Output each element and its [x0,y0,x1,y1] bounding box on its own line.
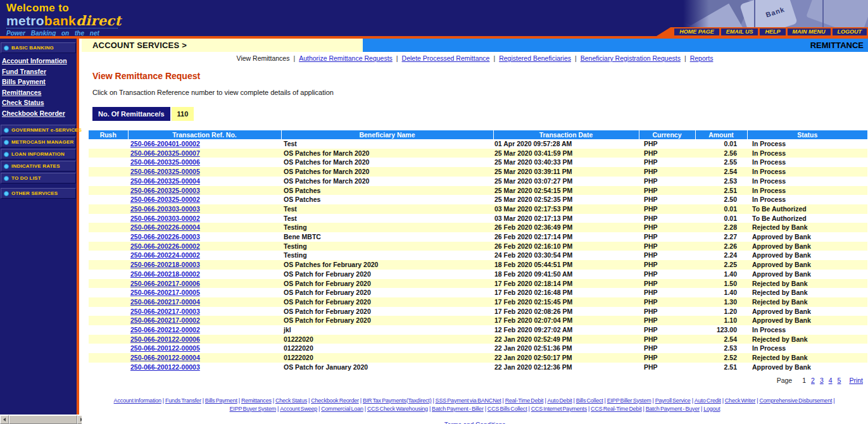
sidebar-item-fund-transfer[interactable]: Fund Transfer [2,68,77,75]
nav-button-help[interactable]: HELP [760,28,785,35]
sidebar-section-indicative-rates[interactable]: INDICATIVE RATES [1,161,76,171]
transaction-ref-link[interactable]: 250-066-200325-00004 [130,177,200,185]
transaction-ref-link[interactable]: 250-066-200217-00004 [130,298,200,306]
cell-date: 17 Feb 2020 02:18:14 PM [493,279,639,289]
count-label: No. Of Remittance/s [92,107,170,121]
nav-button-email-us[interactable]: EMAIL US [721,28,758,35]
sidebar-section-label: GOVERNMENT e-SERVICES [11,127,82,133]
footer-link-ccs-internet-payments[interactable]: CCS Internet Payments [531,406,587,412]
footer-link-bills-payment[interactable]: Bills Payment [205,397,237,404]
transaction-ref-link[interactable]: 250-066-200122-00006 [130,335,200,343]
footer-link-checkbook-reorder[interactable]: Checkbook Reorder [311,397,359,404]
transaction-ref-link[interactable]: 250-066-200325-00003 [130,187,200,194]
scrollbar-thumb[interactable] [9,415,77,424]
footer-link-remittances[interactable]: Remittances [241,397,272,404]
footer-link-sss-payment-via-bancnet[interactable]: SSS Payment via BANCNet [436,397,501,404]
cell-amount: 2.24 [695,251,747,260]
transaction-ref-link[interactable]: 250-066-200122-00003 [130,363,200,371]
footer-link-eipp-buyer-system[interactable]: EIPP Buyer System [230,406,276,412]
footer-link-ccs-bills-collect[interactable]: CCS Bills Collect [487,406,527,412]
footer-link-auto-debit[interactable]: Auto Debit [548,397,572,404]
transaction-ref-link[interactable]: 250-066-200226-00002 [130,242,200,250]
footer-link-account-sweep[interactable]: Account Sweep [280,406,317,412]
transaction-ref-link[interactable]: 250-066-200217-00006 [130,280,200,287]
transaction-ref-link[interactable]: 250-066-200218-00003 [130,261,200,268]
footer-link-comprehensive-disbursement[interactable]: Comprehensive Disbursement [759,397,832,404]
tab-registered-beneficiaries[interactable]: Registered Beneficiaries [499,54,571,62]
footer-link-commercial-loan[interactable]: Commercial Loan [321,406,363,412]
transaction-ref-link[interactable]: 250-066-200217-00005 [130,289,200,296]
footer-link-batch-payment-buyer[interactable]: Batch Payment - Buyer [646,406,700,412]
cell-rush [89,139,128,149]
tab-beneficiary-registration-requests[interactable]: Beneficiary Registration Requests [581,54,681,62]
footer-link-bir-tax-payments-taxdirect[interactable]: BIR Tax Payments(Taxdirect) [363,397,431,404]
footer-link-real-time-debit[interactable]: Real-Time Debit [505,397,544,404]
cell-amount: 1.10 [695,316,747,325]
transaction-ref-link[interactable]: 250-066-200303-00003 [130,205,200,213]
footer-link-logout[interactable]: Logout [703,406,720,412]
sidebar-section-to-do-list[interactable]: TO DO LIST [1,173,76,184]
transaction-ref-link[interactable]: 250-066-200325-00007 [130,149,200,157]
transaction-ref-link[interactable]: 250-066-200224-00002 [130,251,200,259]
sidebar-item-remittances[interactable]: Remittances [2,89,77,96]
pagination-page-3[interactable]: 3 [820,377,824,384]
cell-amount: 2.54 [695,167,747,177]
tab-authorize-remittance-requests[interactable]: Authorize Remittance Requests [299,54,393,62]
sidebar-item-check-status[interactable]: Check Status [2,99,77,106]
nav-button-home-page[interactable]: HOME PAGE [674,28,719,35]
footer-link-ccs-real-time-debit[interactable]: CCS Real-Time Debit [591,406,641,412]
transaction-ref-link[interactable]: 250-066-200303-00002 [130,215,200,222]
sidebar-item-checkbook-reorder[interactable]: Checkbook Reorder [2,109,77,117]
bullet-icon [4,152,9,157]
footer-link-check-status[interactable]: Check Status [275,397,307,404]
footer-link-bills-collect[interactable]: Bills Collect [576,397,603,404]
logo-direct: direct [76,13,121,28]
pagination-page-2[interactable]: 2 [811,377,815,384]
cell-rush [89,288,128,297]
footer-link-batch-payment-biller[interactable]: Batch Payment - Biller [432,406,484,412]
transaction-ref-link[interactable]: 250-066-200325-00002 [130,196,200,203]
transaction-ref-link[interactable]: 250-066-200212-00002 [130,326,200,334]
transaction-ref-link[interactable]: 250-066-200218-00002 [130,270,200,278]
bullet-icon [4,140,9,145]
pagination-page-4[interactable]: 4 [829,377,833,384]
sidebar-section-basic-banking[interactable]: BASIC BANKING [1,42,76,53]
sidebar-section-government-e-services[interactable]: GOVERNMENT e-SERVICES [1,125,76,135]
footer-link-check-writer[interactable]: Check Writer [725,397,755,404]
pagination-page-5[interactable]: 5 [838,377,841,384]
transaction-ref-link[interactable]: 250-066-200226-00004 [130,223,200,231]
sidebar-section-other-services[interactable]: OTHER SERVICES [1,188,76,199]
sidebar-item-account-information[interactable]: Account Information [2,57,77,65]
transaction-ref-link[interactable]: 250-066-200226-00003 [130,233,200,240]
print-link[interactable]: Print [849,377,863,384]
cell-status: In Process [747,139,867,149]
sidebar-item-bills-payment[interactable]: Bills Payment [2,78,77,85]
terms-and-conditions-link[interactable]: Terms and Conditions [444,421,506,424]
scroll-left-arrow-icon[interactable] [0,415,9,424]
footer-link-account-information[interactable]: Account Information [114,397,161,404]
tab-current: View Remittances [237,54,290,62]
footer-link-ccs-check-warehousing[interactable]: CCS Check Warehousing [367,406,428,412]
nav-button-main-menu[interactable]: MAIN MENU [788,28,831,35]
transaction-ref-link[interactable]: 250-066-200122-00004 [130,354,200,361]
transaction-ref-link[interactable]: 250-066-200401-00002 [130,140,200,147]
cell-status: To Be Authorized [747,204,867,214]
transaction-ref-link[interactable]: 250-066-200122-00005 [130,344,200,352]
footer-link-payroll-service[interactable]: Payroll Service [655,397,691,404]
transaction-ref-link[interactable]: 250-066-200325-00005 [130,168,200,175]
transaction-ref-link[interactable]: 250-066-200217-00002 [130,316,200,324]
tab-delete-processed-remittance[interactable]: Delete Processed Remittance [402,54,490,62]
footer-link-auto-credit[interactable]: Auto Credit [695,397,721,404]
footer-separator: | [360,397,362,404]
cell-beneficiary: OS Patch for February 2020 [281,279,493,289]
transaction-ref-link[interactable]: 250-066-200217-00003 [130,308,200,315]
sidebar-section-metrocash-manager[interactable]: METROCASH MANAGER [1,137,76,147]
transaction-ref-link[interactable]: 250-066-200325-00006 [130,158,200,166]
tab-reports[interactable]: Reports [690,54,714,62]
cell-ref: 250-066-200401-00002 [128,139,281,149]
footer-link-funds-transfer[interactable]: Funds Transfer [165,397,201,404]
nav-button-logout[interactable]: LOGOUT [833,28,867,35]
sidebar-section-loan-information[interactable]: LOAN INFORMATION [1,149,76,159]
footer-link-eipp-biller-system[interactable]: EIPP Biller System [607,397,651,404]
cell-ref: 250-066-200325-00007 [128,149,281,158]
